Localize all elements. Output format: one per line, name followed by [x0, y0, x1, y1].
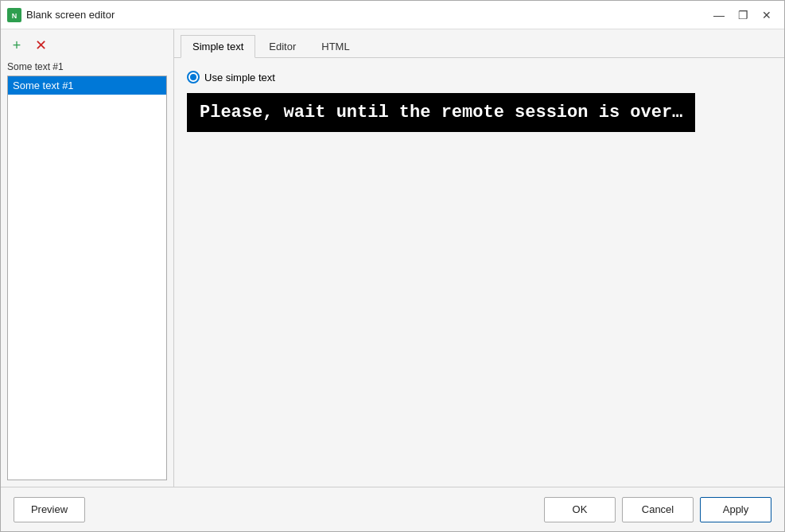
- list-label: Some text #1: [7, 61, 167, 72]
- list-item[interactable]: Some text #1: [8, 76, 166, 95]
- close-button[interactable]: ✕: [756, 6, 778, 24]
- title-bar: N Blank screen editor — ❐ ✕: [1, 1, 784, 29]
- preview-button[interactable]: Preview: [14, 497, 85, 522]
- add-item-button[interactable]: +: [7, 36, 26, 55]
- preview-text-box: Please, wait until the remote session is…: [187, 93, 695, 132]
- use-simple-text-label: Use simple text: [204, 72, 275, 83]
- tab-editor[interactable]: Editor: [257, 35, 308, 58]
- use-simple-text-radio-row[interactable]: Use simple text: [187, 71, 771, 83]
- minimize-button[interactable]: —: [708, 6, 730, 24]
- right-panel: Simple text Editor HTML Use simple text …: [174, 29, 784, 487]
- use-simple-text-radio[interactable]: [187, 71, 200, 83]
- app-icon: N: [7, 8, 21, 22]
- ok-button[interactable]: OK: [544, 497, 616, 522]
- tab-html[interactable]: HTML: [309, 35, 361, 58]
- bottom-left: Preview: [14, 497, 85, 522]
- window-title: Blank screen editor: [26, 9, 708, 21]
- maximize-button[interactable]: ❐: [732, 6, 754, 24]
- remove-item-button[interactable]: ✕: [31, 36, 50, 55]
- main-content: + ✕ Some text #1 Some text #1 Simple tex…: [1, 29, 784, 487]
- main-window: N Blank screen editor — ❐ ✕ + ✕ Some tex…: [0, 0, 785, 532]
- apply-button[interactable]: Apply: [700, 497, 771, 522]
- tab-content-area: Use simple text Please, wait until the r…: [174, 58, 784, 487]
- tabs-bar: Simple text Editor HTML: [174, 29, 784, 58]
- cancel-button[interactable]: Cancel: [622, 497, 694, 522]
- tab-simple-text[interactable]: Simple text: [181, 35, 255, 58]
- items-list: Some text #1: [7, 76, 167, 480]
- window-controls: — ❐ ✕: [708, 6, 778, 24]
- left-panel: + ✕ Some text #1 Some text #1: [1, 29, 174, 487]
- svg-text:N: N: [12, 12, 17, 20]
- bottom-right: OK Cancel Apply: [544, 497, 771, 522]
- bottom-bar: Preview OK Cancel Apply: [1, 487, 784, 531]
- left-toolbar: + ✕: [7, 36, 167, 55]
